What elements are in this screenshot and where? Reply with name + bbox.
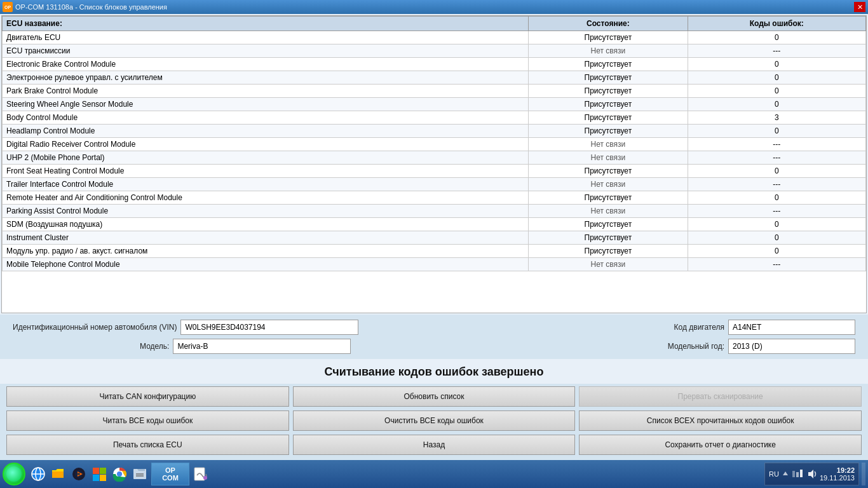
title-bar-left: OP OP-COM 131108a - Список блоков управл… <box>3 2 167 12</box>
model-year-field: Модельный год: <box>668 339 855 354</box>
read-can-button[interactable]: Читать CAN конфигурацию <box>6 386 289 407</box>
ecu-status-cell: Присутствует <box>529 111 688 125</box>
opcom-taskbar-button[interactable]: OP COM <box>151 463 189 485</box>
svg-rect-25 <box>800 470 803 477</box>
ie-icon[interactable] <box>29 465 47 483</box>
ecu-name-cell: Remote Heater and Air Conditioning Contr… <box>3 191 529 205</box>
refresh-list-button[interactable]: Обновить список <box>293 386 576 407</box>
engine-code-input[interactable] <box>728 320 855 335</box>
media-player-icon[interactable] <box>70 465 88 483</box>
table-row[interactable]: ECU трансмиссииНет связи--- <box>3 44 866 58</box>
ecu-table-container[interactable]: ECU название: Состояние: Коды ошибок: Дв… <box>1 15 867 313</box>
ecu-status-cell: Присутствует <box>529 231 688 245</box>
table-row[interactable]: Instrument ClusterПрисутствует0 <box>3 231 866 245</box>
ecu-errors-cell: --- <box>688 205 866 218</box>
table-row[interactable]: Trailer Interface Control ModuleНет связ… <box>3 178 866 191</box>
ecu-errors-cell: 0 <box>688 231 866 245</box>
save-report-button[interactable]: Сохранить отчет о диагностике <box>579 435 862 455</box>
svg-rect-23 <box>792 471 795 477</box>
table-row[interactable]: Двигатель ECUПрисутствует0 <box>3 31 866 44</box>
ecu-status-cell: Присутствует <box>529 85 688 98</box>
svg-rect-13 <box>100 475 106 481</box>
speaker-icon <box>806 468 817 480</box>
ecu-name-cell: Mobile Telephone Control Module <box>3 258 529 271</box>
start-button-inner <box>6 466 22 482</box>
read-all-errors-button[interactable]: Читать ВСЕ коды ошибок <box>6 410 289 431</box>
model-input[interactable] <box>173 339 351 354</box>
table-row[interactable]: Front Seat Heating Control ModuleПрисутс… <box>3 165 866 178</box>
ecu-name-cell: ECU трансмиссии <box>3 44 529 58</box>
table-row[interactable]: SDM (Воздушная подушка)Присутствует0 <box>3 218 866 231</box>
ecu-name-cell: Двигатель ECU <box>3 31 529 44</box>
ecu-name-cell: Steering Wheel Angle Sensor Module <box>3 98 529 111</box>
close-button[interactable]: ✕ <box>854 2 865 12</box>
opcom-label-line1: OP <box>165 466 175 474</box>
clear-all-errors-button[interactable]: Очистить ВСЕ коды ошибок <box>293 410 576 431</box>
ecu-status-cell: Присутствует <box>529 245 688 258</box>
status-message: Считывание кодов ошибок завершено <box>0 359 868 384</box>
table-row[interactable]: Электронное рулевое управл. с усилителем… <box>3 71 866 85</box>
vin-input[interactable] <box>180 320 358 335</box>
taskbar: OP COM RU <box>0 460 868 488</box>
engine-code-label: Код двигателя <box>674 323 724 332</box>
ecu-name-cell: Parking Assist Control Module <box>3 205 529 218</box>
ecu-errors-cell: --- <box>688 258 866 271</box>
list-all-read-button[interactable]: Список ВСЕХ прочитанных кодов ошибок <box>579 410 862 431</box>
ecu-errors-cell: 0 <box>688 191 866 205</box>
svg-rect-20 <box>194 468 205 480</box>
table-row[interactable]: Park Brake Control ModuleПрисутствует0 <box>3 85 866 98</box>
ecu-name-cell: Instrument Cluster <box>3 231 529 245</box>
model-year-label: Модельный год: <box>668 342 724 351</box>
ecu-status-cell: Нет связи <box>529 178 688 191</box>
model-year-input[interactable] <box>728 339 855 354</box>
svg-point-16 <box>118 472 122 477</box>
info-section: Идентификационный номер автомобиля (VIN)… <box>0 315 868 359</box>
ecu-status-cell: Нет связи <box>529 151 688 165</box>
table-row[interactable]: Body Control ModuleПрисутствует3 <box>3 111 866 125</box>
table-row[interactable]: Headlamp Control ModuleПрисутствует0 <box>3 125 866 138</box>
table-row[interactable]: Remote Heater and Air Conditioning Contr… <box>3 191 866 205</box>
table-header-row: ECU название: Состояние: Коды ошибок: <box>3 17 866 31</box>
folder-icon[interactable] <box>50 465 67 483</box>
svg-point-21 <box>203 476 207 480</box>
start-button[interactable] <box>3 463 25 485</box>
stop-scan-button: Прервать сканирование <box>579 386 862 407</box>
table-row[interactable]: Модуль упр. радио / ав. акуст. сигналомП… <box>3 245 866 258</box>
info-row-1: Идентификационный номер автомобиля (VIN)… <box>13 320 855 335</box>
ecu-status-cell: Присутствует <box>529 125 688 138</box>
table-row[interactable]: Mobile Telephone Control ModuleНет связи… <box>3 258 866 271</box>
ecu-name-cell: Trailer Interface Control Module <box>3 178 529 191</box>
ecu-name-cell: Front Seat Heating Control Module <box>3 165 529 178</box>
network-icon <box>792 468 803 480</box>
file-manager-icon[interactable] <box>131 465 149 483</box>
svg-rect-10 <box>93 468 99 474</box>
chrome-icon[interactable] <box>111 465 128 483</box>
ecu-name-cell: SDM (Воздушная подушка) <box>3 218 529 231</box>
table-row[interactable]: Steering Wheel Angle Sensor ModuleПрисут… <box>3 98 866 111</box>
ecu-errors-cell: 0 <box>688 245 866 258</box>
ecu-name-cell: Park Brake Control Module <box>3 85 529 98</box>
taskbar-right: RU 19:22 19.11.2013 <box>764 463 865 485</box>
table-row[interactable]: Parking Assist Control ModuleНет связи--… <box>3 205 866 218</box>
table-row[interactable]: Electronic Brake Control ModuleПрисутств… <box>3 58 866 71</box>
paint-icon[interactable] <box>192 465 210 483</box>
svg-marker-26 <box>808 470 813 478</box>
svg-point-9 <box>78 473 80 475</box>
ecu-errors-cell: 0 <box>688 58 866 71</box>
ecu-table: ECU название: Состояние: Коды ошибок: Дв… <box>2 16 866 271</box>
svg-text:OP: OP <box>4 5 11 10</box>
engine-code-field: Код двигателя <box>674 320 855 335</box>
table-row[interactable]: UHP 2 (Mobile Phone Portal)Нет связи--- <box>3 151 866 165</box>
print-ecu-button[interactable]: Печать списка ECU <box>6 435 289 455</box>
tray-arrow-icon <box>782 470 789 478</box>
col-header-errors: Коды ошибок: <box>688 17 866 31</box>
ecu-errors-cell: --- <box>688 138 866 151</box>
show-desktop-button[interactable] <box>862 463 865 485</box>
table-row[interactable]: Digital Radio Receiver Control ModuleНет… <box>3 138 866 151</box>
back-button[interactable]: Назад <box>293 435 576 455</box>
ecu-status-cell: Нет связи <box>529 258 688 271</box>
ecu-name-cell: Electronic Brake Control Module <box>3 58 529 71</box>
ecu-name-cell: Body Control Module <box>3 111 529 125</box>
ecu-status-cell: Присутствует <box>529 31 688 44</box>
windows-media-icon[interactable] <box>90 465 108 483</box>
